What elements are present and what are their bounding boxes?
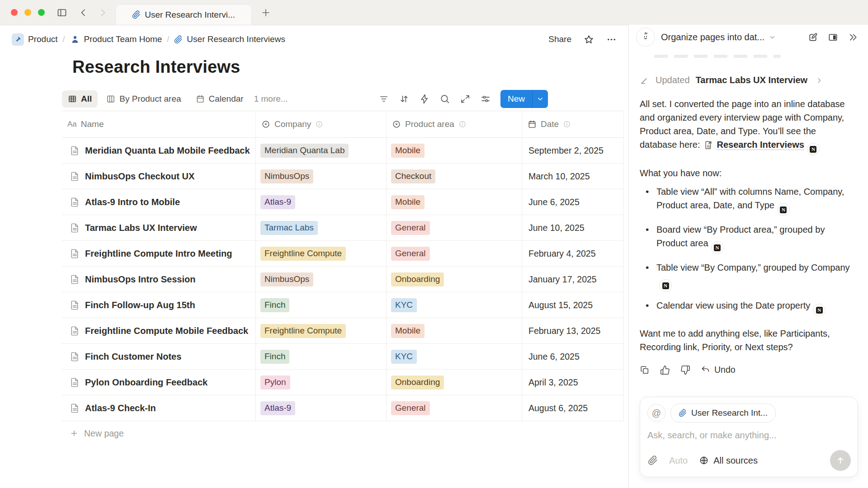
more-options-button[interactable] xyxy=(606,34,617,45)
product-area-cell[interactable]: Mobile xyxy=(387,138,522,163)
mention-button[interactable]: @ xyxy=(647,404,665,422)
minimize-button[interactable] xyxy=(24,9,31,16)
filter-button[interactable] xyxy=(376,90,392,108)
company-cell[interactable]: Freightline Compute xyxy=(256,241,387,266)
new-tab-button[interactable] xyxy=(260,7,271,18)
sources-button[interactable]: All sources xyxy=(699,455,758,466)
notion-page-badge-icon[interactable]: N xyxy=(711,241,724,254)
thumbs-up-icon[interactable] xyxy=(660,365,670,375)
table-row[interactable]: Freightline Compute Mobile Feedback Frei… xyxy=(62,318,624,344)
name-cell[interactable]: Finch Follow-up Aug 15th xyxy=(62,292,256,318)
name-cell[interactable]: Meridian Quanta Lab Mobile Feedback xyxy=(62,138,256,163)
breadcrumb-item-current[interactable]: User Research Interviews xyxy=(174,34,285,44)
name-cell[interactable]: NimbusOps Checkout UX xyxy=(62,164,256,189)
table-row[interactable]: Atlas-9 Check-In Atlas-9 General August … xyxy=(62,395,624,421)
product-area-cell[interactable]: KYC xyxy=(387,344,522,369)
date-cell[interactable]: January 17, 2025 xyxy=(522,267,624,292)
date-cell[interactable]: March 10, 2025 xyxy=(522,164,624,189)
thumbs-down-icon[interactable] xyxy=(680,365,690,375)
breadcrumb-item-product[interactable]: Product xyxy=(12,33,57,46)
updated-page-row[interactable]: Updated Tarmac Labs UX Interview xyxy=(640,75,855,85)
tab-by-product-area[interactable]: By Product area xyxy=(100,90,187,108)
new-button-chevron[interactable] xyxy=(532,90,548,108)
table-row[interactable]: Pylon Onboarding Feedback Pylon Onboardi… xyxy=(62,370,624,395)
tab-all[interactable]: All xyxy=(62,90,98,108)
company-cell[interactable]: NimbusOps xyxy=(256,164,387,189)
table-row[interactable]: Freightline Compute Intro Meeting Freigh… xyxy=(62,241,624,267)
column-header-date[interactable]: Date xyxy=(522,111,624,137)
more-views-button[interactable]: 1 more... xyxy=(254,94,288,104)
name-cell[interactable]: Finch Customer Notes xyxy=(62,344,256,369)
notion-page-badge-icon[interactable]: N xyxy=(659,279,672,292)
date-cell[interactable]: February 13, 2025 xyxy=(522,318,624,343)
chat-composer[interactable]: @ User Research Int... Ask, search, or m… xyxy=(640,397,858,477)
new-chat-icon[interactable] xyxy=(808,32,818,42)
attach-icon[interactable] xyxy=(648,455,658,465)
table-row[interactable]: NimbusOps Checkout UX NimbusOps Checkout… xyxy=(62,164,624,189)
column-header-product-area[interactable]: Product area xyxy=(387,111,522,137)
sidebar-toggle-button[interactable] xyxy=(57,7,67,18)
app-tab[interactable]: User Research Intervi... xyxy=(115,4,252,25)
search-icon[interactable] xyxy=(437,90,453,108)
collapse-panel-icon[interactable] xyxy=(848,32,858,42)
notion-page-badge-icon[interactable]: N xyxy=(813,304,826,316)
name-cell[interactable]: Tarmac Labs UX Interview xyxy=(62,215,256,240)
undo-button[interactable]: Undo xyxy=(701,365,736,375)
company-cell[interactable]: Meridian Quanta Lab xyxy=(256,138,387,163)
tab-calendar[interactable]: Calendar xyxy=(190,90,250,108)
product-area-cell[interactable]: Mobile xyxy=(387,189,522,215)
product-area-cell[interactable]: General xyxy=(387,215,522,240)
date-cell[interactable]: June 10, 2025 xyxy=(522,215,624,240)
notion-page-badge-icon[interactable]: N xyxy=(807,143,820,155)
close-button[interactable] xyxy=(11,9,18,16)
table-row[interactable]: Atlas-9 Intro to Mobile Atlas-9 Mobile J… xyxy=(62,189,624,215)
product-area-cell[interactable]: General xyxy=(387,241,522,266)
automation-icon[interactable] xyxy=(416,90,433,108)
sort-button[interactable] xyxy=(396,90,412,108)
name-cell[interactable]: Freightline Compute Mobile Feedback xyxy=(62,318,256,343)
expand-icon[interactable] xyxy=(457,90,473,108)
date-cell[interactable]: August 6, 2025 xyxy=(522,395,624,421)
table-row[interactable]: NimbusOps Intro Session NimbusOps Onboar… xyxy=(62,267,624,292)
product-area-cell[interactable]: KYC xyxy=(387,292,522,318)
new-button[interactable]: New xyxy=(500,90,548,108)
research-interviews-link[interactable]: Research Interviews xyxy=(717,140,804,150)
name-cell[interactable]: Pylon Onboarding Feedback xyxy=(62,370,256,395)
notion-page-badge-icon[interactable]: N xyxy=(777,203,790,216)
product-area-cell[interactable]: Onboarding xyxy=(387,267,522,292)
name-cell[interactable]: Atlas-9 Check-In xyxy=(62,395,256,421)
company-cell[interactable]: Tarmac Labs xyxy=(256,215,387,240)
share-button[interactable]: Share xyxy=(548,34,571,44)
product-area-cell[interactable]: Checkout xyxy=(387,164,522,189)
date-cell[interactable]: September 2, 2025 xyxy=(522,138,624,163)
copy-icon[interactable] xyxy=(640,365,650,375)
product-area-cell[interactable]: Mobile xyxy=(387,318,522,343)
context-chip[interactable]: User Research Int... xyxy=(670,404,776,422)
table-row[interactable]: Finch Follow-up Aug 15th Finch KYC Augus… xyxy=(62,292,624,318)
open-as-panel-icon[interactable] xyxy=(828,32,838,42)
back-button[interactable] xyxy=(78,7,89,18)
date-cell[interactable]: April 3, 2025 xyxy=(522,370,624,395)
column-header-name[interactable]: Aa Name xyxy=(62,111,256,137)
new-page-button[interactable]: New page xyxy=(62,421,624,446)
name-cell[interactable]: Atlas-9 Intro to Mobile xyxy=(62,189,256,215)
table-row[interactable]: Finch Customer Notes Finch KYC June 6, 2… xyxy=(62,344,624,370)
company-cell[interactable]: Finch xyxy=(256,344,387,369)
product-area-cell[interactable]: Onboarding xyxy=(387,370,522,395)
company-cell[interactable]: Finch xyxy=(256,292,387,318)
date-cell[interactable]: June 6, 2025 xyxy=(522,344,624,369)
chat-input[interactable]: Ask, search, or make anything... xyxy=(647,430,850,441)
zoom-button[interactable] xyxy=(38,9,45,16)
send-button[interactable] xyxy=(830,450,851,471)
product-area-cell[interactable]: General xyxy=(387,395,522,421)
ai-thread-title[interactable]: Organize pages into dat... xyxy=(661,32,776,42)
company-cell[interactable]: Pylon xyxy=(256,370,387,395)
favorite-star-icon[interactable] xyxy=(584,34,594,45)
date-cell[interactable]: February 4, 2025 xyxy=(522,241,624,266)
forward-button[interactable] xyxy=(98,7,108,18)
company-cell[interactable]: Freightline Compute xyxy=(256,318,387,343)
name-cell[interactable]: Freightline Compute Intro Meeting xyxy=(62,241,256,266)
table-row[interactable]: Meridian Quanta Lab Mobile Feedback Meri… xyxy=(62,138,624,164)
date-cell[interactable]: August 15, 2025 xyxy=(522,292,624,318)
company-cell[interactable]: NimbusOps xyxy=(256,267,387,292)
